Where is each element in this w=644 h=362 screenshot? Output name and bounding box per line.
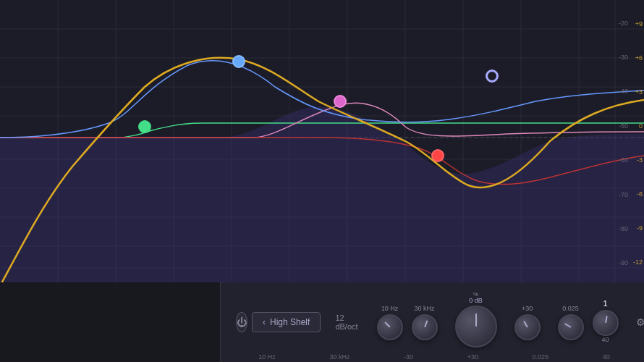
db-label-3: +3 [633, 88, 643, 96]
eq-curves [0, 0, 644, 286]
knob2-container: 30 kHz [412, 305, 438, 340]
eq-node-1[interactable] [138, 120, 151, 133]
db-label-n6: -6 [633, 190, 643, 198]
knob4-container: 0.025 [558, 305, 584, 340]
eq-node-2[interactable] [232, 55, 245, 68]
freq-labels: 10 Hz 30 kHz -30 +30 0.025 40 [224, 353, 644, 361]
knob5-label: 40 [602, 336, 609, 343]
filter-arrow-icon: ‹ [263, 317, 266, 327]
db-right-50: -50 [619, 122, 628, 130]
freq-label-0025: 0.025 [533, 353, 549, 361]
db-label-n12: -12 [633, 258, 643, 266]
freq-label-30khz: 30 kHz [329, 353, 349, 361]
db-label-n3: -3 [633, 156, 643, 164]
knob5-container: 1 40 [593, 300, 619, 345]
gear-icon: ⚙ [636, 316, 644, 328]
db-label-9: +9 [633, 20, 643, 28]
knob3[interactable] [514, 314, 541, 340]
db-label-6: +6 [633, 54, 643, 62]
freq-label-p30: +30 [467, 353, 478, 361]
left-decoration [0, 282, 221, 362]
eq-display: +9 +6 +3 0 -3 -6 -9 -12 -20 -30 -40 -50 … [0, 0, 644, 286]
filter-type-label: High Shelf [270, 317, 310, 327]
bottom-panel: ⏻ ‹ High Shelf 12 dB/oct 10 Hz 30 kHz [0, 282, 644, 362]
db-label-n9: -9 [633, 224, 643, 232]
db-right-20: -20 [619, 20, 628, 27]
db-right-40: -40 [619, 88, 628, 95]
knob4[interactable] [558, 314, 584, 340]
slope-label: 12 dB/oct [335, 313, 357, 331]
eq-node-4[interactable] [431, 149, 444, 162]
freq-label-40: 40 [603, 353, 610, 361]
knob2[interactable] [412, 314, 438, 340]
freq-label-10hz: 10 Hz [258, 353, 276, 361]
knob5[interactable] [593, 310, 619, 336]
db-right-70: -70 [619, 191, 628, 198]
center-knob-value: 0 dB [469, 297, 483, 304]
db-right-30: -30 [619, 54, 628, 61]
knob1-label: 10 Hz [381, 305, 399, 312]
knob1[interactable] [377, 314, 403, 340]
db-right-60: -60 [619, 156, 628, 164]
gear-button[interactable]: ⚙ [636, 316, 644, 328]
center-knob[interactable] [455, 306, 497, 348]
center-knob-container: 0 dB % [455, 297, 497, 348]
db-right-90: -90 [619, 259, 628, 266]
freq-label-n30: -30 [404, 353, 413, 361]
knob4-label: 0.025 [562, 305, 579, 312]
power-icon: ⏻ [237, 316, 247, 328]
db-label-0: 0 [633, 122, 643, 130]
knob3-container: +30 [514, 305, 541, 340]
filter-type-button[interactable]: ‹ High Shelf [252, 312, 321, 332]
eq-node-3[interactable] [334, 95, 347, 108]
knob5-value: 1 [603, 300, 608, 308]
knob2-label: 30 kHz [415, 305, 435, 312]
eq-node-5[interactable] [486, 70, 499, 83]
knob3-label: +30 [522, 305, 533, 312]
knob1-container: 10 Hz [377, 305, 403, 340]
power-button[interactable]: ⏻ [236, 312, 247, 332]
db-right-80: -80 [619, 225, 628, 232]
